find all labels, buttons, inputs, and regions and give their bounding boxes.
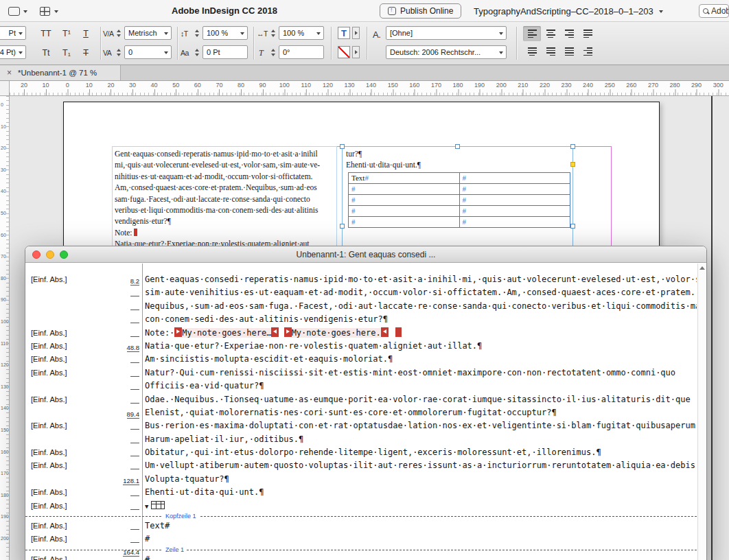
story-editor-window[interactable]: Unbenannt-1: Gent eaquas consedi ... [Ei…: [25, 246, 707, 560]
tracking-stepper[interactable]: [115, 45, 122, 59]
table-cell[interactable]: #: [460, 195, 570, 205]
note-anchor-icon[interactable]: [134, 229, 137, 236]
justify-last-left-button[interactable]: [579, 26, 597, 41]
font-size-select[interactable]: Pt: [0, 26, 26, 40]
text-line[interactable]: veribus·et·liqui·commoditis·ma·con·conem…: [115, 205, 336, 215]
selection-handle[interactable]: [570, 224, 575, 229]
table-cell[interactable]: #: [349, 195, 460, 205]
tracking-select[interactable]: 0: [124, 45, 172, 59]
right-frame-lines[interactable]: tur?¶Ehenti·ut·dita·qui·unt.¶: [346, 148, 571, 171]
story-text[interactable]: Gent·eaquas·consedi·reperatis·namus·ipid…: [141, 273, 697, 286]
story-text[interactable]: Odae.·Nequibus.·Tionseq·uatume·as·eumque…: [141, 393, 697, 406]
story-text[interactable]: Nequibus,·sum·ad·eos·sam·fuga.·Facest,·o…: [141, 300, 697, 313]
table-cell[interactable]: #: [349, 206, 460, 216]
align-right-button[interactable]: [560, 26, 578, 41]
story-text[interactable]: ▼: [141, 500, 697, 513]
justify-last-right-button[interactable]: [542, 44, 559, 59]
collapse-triangle-icon[interactable]: ▼: [145, 503, 148, 510]
justify-last-center-button[interactable]: [523, 44, 541, 59]
left-text-frame[interactable]: Gent·eaquas·consedi·reperatis·namus·ipid…: [112, 146, 337, 257]
vertical-scale-stepper[interactable]: [193, 26, 200, 40]
justify-all-button[interactable]: [560, 44, 578, 59]
character-fill-swatch[interactable]: T: [338, 27, 350, 39]
close-button[interactable]: [32, 250, 40, 259]
horizontal-scale-stepper[interactable]: [269, 26, 277, 40]
corner-options-handle[interactable]: [570, 162, 575, 167]
page-table[interactable]: Text##########: [348, 172, 570, 228]
note-text[interactable]: My·note·goes·here.: [292, 328, 381, 338]
story-text[interactable]: Um·vellupt·atiberum·autem·quosto·volupta…: [141, 459, 697, 472]
table-icon[interactable]: [151, 501, 165, 509]
document-name-menu[interactable]: TypographyAndScripting–CC–2018–0–1–203: [474, 0, 663, 22]
align-left-button[interactable]: [523, 26, 541, 41]
story-text[interactable]: Officiis·ea·vid·quatur?¶: [141, 380, 697, 393]
selection-handle[interactable]: [340, 224, 345, 229]
expand-arrow-button[interactable]: [352, 46, 360, 58]
underline-button[interactable]: T: [77, 27, 95, 40]
chevron-down-icon[interactable]: [23, 10, 27, 13]
scroll-up-icon[interactable]: [699, 266, 705, 270]
table-cell[interactable]: #: [349, 217, 460, 227]
chevron-down-icon[interactable]: [54, 10, 58, 13]
window-icon[interactable]: [8, 7, 20, 16]
no-color-swatch[interactable]: [338, 46, 350, 58]
table-cell[interactable]: #: [349, 184, 460, 194]
note-close-anchor[interactable]: [381, 327, 389, 337]
table-row[interactable]: ##: [348, 206, 570, 217]
vertical-scale-select[interactable]: 100 %: [202, 26, 248, 40]
note-close-anchor[interactable]: [271, 327, 279, 337]
story-text[interactable]: Harum·apeliat·il·iur,·oditibus.¶: [141, 433, 697, 446]
minimize-button[interactable]: [46, 250, 54, 259]
note-open-anchor[interactable]: [284, 327, 292, 337]
selection-handle[interactable]: [570, 144, 575, 149]
baseline-shift-field[interactable]: 0 Pt: [202, 45, 248, 59]
story-lines[interactable]: [Einf. Abs.]8.2Gent·eaquas·consedi·reper…: [25, 273, 697, 560]
horizontal-ruler[interactable]: 2010010203040506070809010011012013014015…: [10, 81, 729, 96]
story-text[interactable]: Ehenti·ut·dita·qui·unt.¶: [141, 486, 697, 499]
table-cell[interactable]: #: [460, 184, 570, 194]
vertical-ruler[interactable]: 0102030405060708090100110120130140150160…: [0, 96, 10, 560]
story-editor-titlebar[interactable]: Unbenannt-1: Gent eaquas consedi ...: [25, 246, 706, 263]
text-line[interactable]: tur?¶: [346, 148, 571, 159]
selection-handle[interactable]: [340, 144, 345, 149]
text-line[interactable]: sam·fuga.·Facest,·odi·aut·laccate·re·con…: [115, 194, 336, 205]
document-tab[interactable]: × *Unbenannt-1 @ 71 %: [0, 65, 121, 80]
grid-icon[interactable]: [40, 7, 50, 16]
subscript-button[interactable]: T₁: [58, 46, 76, 60]
kerning-select[interactable]: Metrisch: [124, 26, 172, 40]
superscript-button[interactable]: T¹: [58, 27, 76, 40]
publish-online-button[interactable]: Publish Online: [380, 3, 461, 19]
story-text[interactable]: Elenist,·quiat·molorernatis·nes·cori·sun…: [141, 406, 697, 419]
close-icon[interactable]: ×: [7, 68, 12, 78]
table-row[interactable]: Text##: [348, 172, 570, 184]
story-text[interactable]: sim·aute·venihitius·es·ut·eaquam·et·ad·m…: [141, 286, 697, 299]
ruler-corner[interactable]: [0, 81, 10, 96]
story-text[interactable]: Natia·que·etur?·Experiae·non·re·volestis…: [141, 340, 697, 353]
leading-select[interactable]: 4 Pt): [0, 45, 26, 59]
align-center-button[interactable]: [542, 26, 559, 41]
story-text[interactable]: Am·sinciistis·molupta·escidit·et·eaquis·…: [141, 353, 697, 366]
note-open-anchor[interactable]: [174, 327, 182, 337]
table-cell[interactable]: #: [460, 173, 570, 183]
character-style-select[interactable]: [Ohne]: [386, 26, 507, 40]
note-text[interactable]: My·note·goes·here…: [182, 328, 271, 338]
search-input[interactable]: Adob: [699, 4, 729, 18]
strikethrough-button[interactable]: T: [77, 46, 95, 60]
align-towards-spine-button[interactable]: [579, 44, 597, 59]
text-line[interactable]: Am,·consed·quaest·aces·core·et·pratem.·N…: [115, 182, 336, 193]
horizontal-scale-select[interactable]: 100 %: [279, 26, 324, 40]
skew-field[interactable]: 0°: [279, 45, 324, 59]
all-caps-button[interactable]: TT: [37, 27, 55, 40]
skew-stepper[interactable]: [269, 45, 277, 59]
table-row[interactable]: ##: [348, 195, 570, 206]
story-editor-body[interactable]: [Einf. Abs.]8.2Gent·eaquas·consedi·reper…: [25, 264, 706, 560]
table-cell[interactable]: Text#: [349, 173, 460, 183]
text-line[interactable]: mi,·quis·aut·volecerunt·evelesed·ut·est,…: [115, 159, 336, 170]
text-line[interactable]: vendigenis·etur?¶: [115, 215, 336, 226]
text-line[interactable]: Ehenti·ut·dita·qui·unt.¶: [346, 159, 571, 170]
table-cell[interactable]: #: [460, 217, 570, 227]
baseline-shift-stepper[interactable]: [193, 45, 200, 59]
small-caps-button[interactable]: Tt: [37, 46, 55, 60]
story-text[interactable]: Note:·My·note·goes·here… My·note·goes·he…: [141, 327, 697, 340]
table-row[interactable]: ##: [348, 184, 570, 195]
